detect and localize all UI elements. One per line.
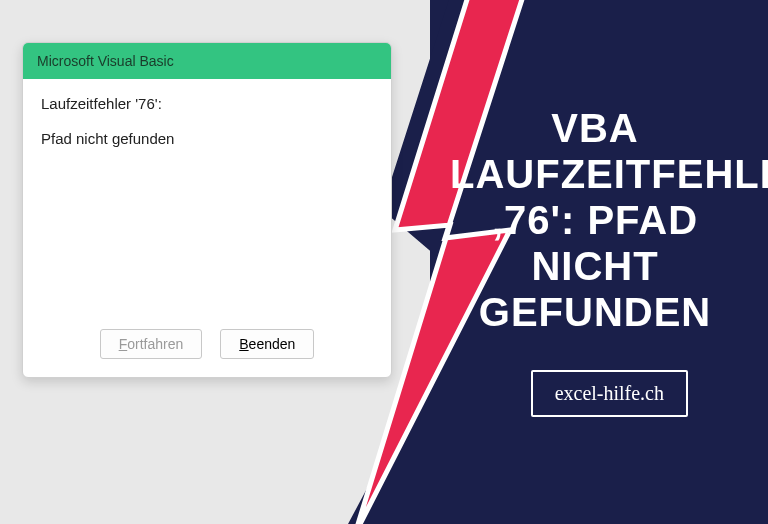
dialog-title: Microsoft Visual Basic (37, 53, 174, 69)
error-message: Pfad nicht gefunden (41, 130, 373, 147)
promo-headline: VBA Laufzeitfehler ‚76': Pfad nicht gefu… (450, 105, 740, 335)
end-button[interactable]: Beenden (220, 329, 314, 359)
dialog-titlebar[interactable]: Microsoft Visual Basic (23, 43, 391, 79)
dialog-body: Laufzeitfehler '76': Pfad nicht gefunden (23, 79, 391, 319)
error-dialog: Microsoft Visual Basic Laufzeitfehler '7… (22, 42, 392, 378)
dialog-button-row: Fortfahren Beenden (23, 319, 391, 377)
site-badge: excel-hilfe.ch (531, 370, 688, 417)
continue-button: Fortfahren (100, 329, 203, 359)
error-title: Laufzeitfehler '76': (41, 95, 373, 112)
